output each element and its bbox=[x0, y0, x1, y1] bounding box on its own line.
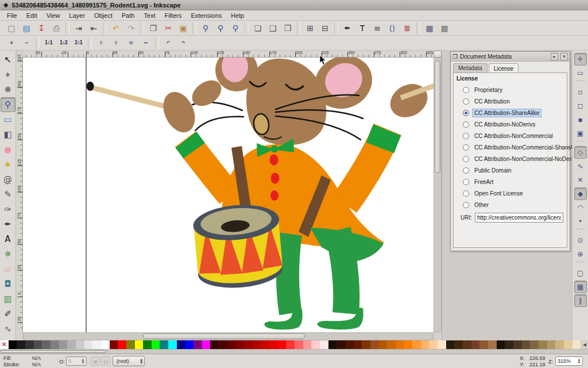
color-swatch[interactable] bbox=[269, 340, 278, 349]
snap-page-border[interactable]: ▢ bbox=[574, 267, 587, 279]
horizontal-scrollbar-thumb[interactable] bbox=[143, 334, 305, 339]
color-swatch[interactable] bbox=[67, 340, 76, 349]
color-swatch[interactable] bbox=[202, 340, 211, 349]
layer-visibility-icon[interactable]: ⌀ bbox=[91, 356, 100, 366]
print-document[interactable]: ⎙ bbox=[49, 22, 63, 34]
snap-cusp-nodes[interactable]: ◆ bbox=[574, 187, 587, 200]
color-swatch[interactable] bbox=[34, 340, 42, 349]
horizontal-ruler[interactable]: -50-250255075100125150175200225250275300… bbox=[23, 51, 434, 57]
snap-bbox[interactable]: ▭ bbox=[574, 67, 587, 79]
pencil-tool[interactable]: ✎ bbox=[1, 187, 16, 202]
color-swatch[interactable] bbox=[25, 340, 34, 349]
snap-bbox-edges[interactable]: ▫ bbox=[574, 86, 587, 98]
create-clone[interactable]: ❑ bbox=[266, 22, 280, 34]
menu-item[interactable]: File bbox=[2, 12, 22, 20]
color-swatch[interactable] bbox=[9, 340, 17, 349]
color-swatch[interactable] bbox=[51, 340, 59, 349]
unlink-clone[interactable]: ❒ bbox=[281, 22, 295, 34]
zoom-out[interactable]: − bbox=[20, 37, 33, 49]
color-swatch[interactable] bbox=[253, 340, 261, 349]
palette-scrollbar[interactable] bbox=[0, 349, 588, 354]
color-swatch[interactable] bbox=[488, 340, 497, 349]
scrollbar-stepper-button[interactable] bbox=[434, 51, 442, 57]
group-objects[interactable]: ⊞ bbox=[303, 22, 317, 34]
dropper-tool[interactable]: ✐ bbox=[1, 306, 16, 321]
snap-smooth-nodes[interactable]: ◠ bbox=[574, 201, 587, 214]
save-document[interactable]: ↧ bbox=[34, 22, 48, 34]
license-option[interactable]: Public Domain bbox=[455, 164, 566, 176]
star-tool[interactable]: ★ bbox=[1, 157, 16, 172]
color-swatch[interactable] bbox=[92, 340, 101, 349]
color-swatch[interactable] bbox=[320, 340, 328, 349]
color-swatch[interactable] bbox=[219, 340, 227, 349]
layer-lock-icon[interactable]: ⊔ bbox=[101, 356, 110, 366]
radio-button-icon[interactable] bbox=[463, 98, 469, 105]
copy[interactable]: ❐ bbox=[146, 22, 160, 34]
snap-rotation-centers[interactable]: ⊕ bbox=[574, 248, 587, 260]
box3d-tool[interactable]: ◧ bbox=[1, 127, 16, 142]
color-swatch[interactable] bbox=[555, 340, 564, 349]
zoom-page[interactable]: ⊡ bbox=[124, 37, 138, 49]
zoom-drawing[interactable]: ⚲ bbox=[109, 37, 123, 49]
spiral-tool[interactable]: @ bbox=[1, 172, 16, 187]
license-option[interactable]: CC Attribution-ShareAlike bbox=[455, 107, 566, 118]
snap-bbox-corners[interactable]: ◻ bbox=[574, 99, 587, 112]
zoom-next[interactable]: ↷ bbox=[176, 37, 190, 49]
menu-item[interactable]: Edit bbox=[22, 12, 42, 20]
color-swatch[interactable] bbox=[345, 340, 354, 349]
connector-tool[interactable]: ∿ bbox=[1, 321, 16, 336]
color-swatch[interactable] bbox=[513, 340, 522, 349]
menu-item[interactable]: Text bbox=[139, 12, 160, 20]
color-swatch[interactable] bbox=[227, 340, 236, 349]
menu-item[interactable]: Filters bbox=[160, 12, 187, 20]
snap-object-centers[interactable]: ⊙ bbox=[574, 234, 587, 247]
color-swatch[interactable] bbox=[354, 340, 362, 349]
radio-button-icon[interactable] bbox=[463, 121, 469, 128]
snap-nodes[interactable]: ◇ bbox=[574, 146, 587, 159]
license-option[interactable]: CC Attribution-NonCommercial-NoDerivs bbox=[455, 153, 566, 164]
zoom-previous[interactable]: ↶ bbox=[161, 37, 175, 49]
zoom-page-width[interactable]: ↔ bbox=[139, 37, 153, 49]
color-swatch[interactable] bbox=[278, 340, 287, 349]
color-swatch[interactable] bbox=[370, 340, 379, 349]
layers-dialog[interactable]: ≡ bbox=[370, 22, 384, 34]
color-swatch[interactable] bbox=[336, 340, 345, 349]
color-swatch[interactable] bbox=[479, 340, 488, 349]
license-option[interactable]: Open Font License bbox=[455, 187, 566, 199]
color-swatch[interactable] bbox=[421, 340, 430, 349]
snap-path-intersections[interactable]: ✕ bbox=[574, 174, 587, 186]
snap-bbox-centers[interactable]: ▣ bbox=[574, 127, 587, 140]
color-swatch[interactable] bbox=[471, 340, 480, 349]
open-document[interactable]: ▤ bbox=[20, 22, 33, 34]
dialog-popout-button[interactable]: ▸ bbox=[551, 53, 558, 60]
document-metadata[interactable]: ▩ bbox=[438, 22, 451, 34]
zoom-1-2[interactable]: 1:2 bbox=[57, 37, 71, 49]
color-swatch[interactable] bbox=[522, 340, 531, 349]
fill-stroke-dialog[interactable]: ✒ bbox=[341, 22, 354, 34]
zoom-1-1[interactable]: 1:1 bbox=[42, 37, 56, 49]
color-swatch[interactable] bbox=[286, 340, 295, 349]
align-dialog[interactable]: ≣ bbox=[400, 22, 414, 34]
color-swatch[interactable] bbox=[463, 340, 471, 349]
canvas[interactable] bbox=[23, 57, 434, 332]
color-swatch[interactable] bbox=[539, 340, 547, 349]
color-swatch[interactable] bbox=[328, 340, 337, 349]
text-dialog[interactable]: T bbox=[355, 22, 369, 34]
zoom-in[interactable]: + bbox=[5, 37, 18, 49]
color-swatch[interactable] bbox=[412, 340, 421, 349]
vertical-ruler[interactable]: 2252001751501251007550250-25 bbox=[16, 57, 23, 332]
radio-button-icon[interactable] bbox=[463, 110, 469, 116]
color-swatch[interactable] bbox=[454, 340, 463, 349]
ungroup-objects[interactable]: ⊟ bbox=[318, 22, 332, 34]
snap-bbox-edge-midpoints[interactable]: ▪ bbox=[574, 113, 587, 126]
rectangle-tool[interactable]: ▭ bbox=[1, 112, 16, 127]
snap-grids[interactable]: ▦ bbox=[574, 281, 587, 293]
opacity-spinner-icon[interactable]: ▲▼ bbox=[80, 357, 86, 365]
menu-item[interactable]: Path bbox=[117, 12, 140, 20]
zoom-to-page[interactable]: ⚲ bbox=[229, 22, 242, 34]
color-swatch[interactable] bbox=[379, 340, 388, 349]
license-option[interactable]: CC Attribution-NonCommercial bbox=[455, 130, 566, 141]
color-swatch[interactable] bbox=[530, 340, 539, 349]
pen-tool[interactable]: ✑ bbox=[1, 202, 16, 217]
color-swatch[interactable] bbox=[404, 340, 413, 349]
